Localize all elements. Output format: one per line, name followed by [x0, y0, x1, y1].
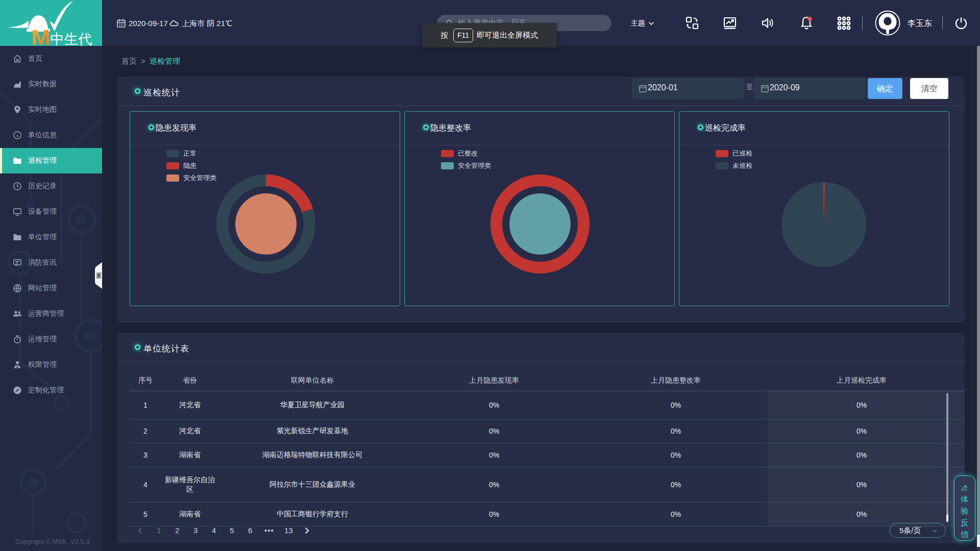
svg-text:M: M — [31, 25, 50, 46]
svg-text:中生代: 中生代 — [50, 31, 92, 46]
